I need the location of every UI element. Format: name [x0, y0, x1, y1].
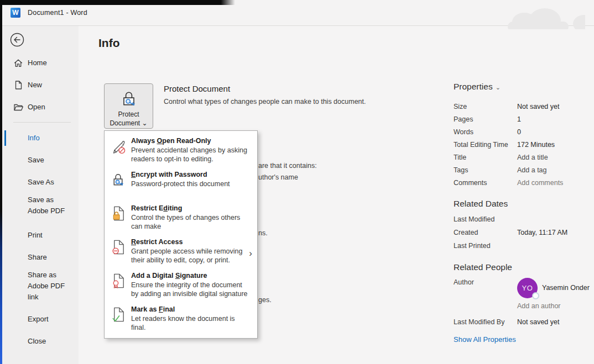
- menu-item-restrict-editing[interactable]: Restrict Editing Control the types of ch…: [105, 203, 257, 236]
- page-title: Info: [98, 36, 119, 50]
- submenu-chevron-icon: ›: [249, 250, 252, 257]
- document-no-entry-icon: [110, 238, 131, 270]
- protect-section-description: Control what types of changes people can…: [164, 98, 366, 105]
- menu-item-add-digital-signature[interactable]: Add a Digital Signature Ensure the integ…: [105, 270, 257, 304]
- menu-item-mark-as-final[interactable]: Mark as Final Let readers know the docum…: [105, 304, 257, 337]
- protect-document-button[interactable]: Protect Document ⌄: [104, 83, 153, 129]
- sidebar-item-save-as-adobe-pdf[interactable]: Save as Adobe PDF: [28, 194, 75, 217]
- sidebar-item-close[interactable]: Close: [28, 336, 75, 347]
- property-row: Words 0: [454, 128, 521, 136]
- left-edge-strip: [0, 0, 2, 364]
- menu-item-title: Add a Digital Signature: [131, 271, 248, 280]
- property-value: 1: [517, 115, 521, 123]
- related-dates-heading: Related Dates: [454, 199, 508, 209]
- property-value: 172 Minutes: [517, 141, 555, 149]
- last-modified-by-row: Last Modified By Not saved yet: [454, 318, 559, 326]
- related-date-row: Last Printed: [454, 242, 517, 250]
- sidebar-item-label: Home: [28, 57, 75, 68]
- menu-item-encrypt-with-password[interactable]: Encrypt with Password Password-protect t…: [105, 169, 257, 203]
- sidebar-item-save-as[interactable]: Save As: [28, 177, 75, 188]
- sidebar-item-label: Open: [28, 102, 75, 113]
- covered-text-fragment: are that it contains:: [258, 162, 317, 170]
- back-arrow-icon: [9, 32, 25, 48]
- property-value: Not saved yet: [517, 103, 559, 110]
- covered-text-fragment: ges.: [258, 296, 272, 304]
- document-lock-icon: [110, 204, 131, 236]
- titlebar: W Document1 - Word: [2, 5, 594, 26]
- protect-button-label: Protect Document ⌄: [110, 110, 147, 128]
- property-row: Size Not saved yet: [454, 103, 559, 110]
- covered-text-fragment: uthor's name: [258, 173, 298, 181]
- menu-item-title: Restrict Access: [131, 238, 248, 246]
- sidebar-divider: [13, 122, 71, 123]
- protect-document-menu: Always Open Read-Only Prevent accidental…: [104, 130, 258, 339]
- info-page: Info Protect Document ⌄ Protect Document…: [79, 26, 594, 364]
- menu-item-title: Encrypt with Password: [131, 170, 248, 179]
- property-row: Comments Add comments: [454, 179, 563, 187]
- menu-item-description: Prevent accidental changes by asking rea…: [131, 146, 248, 163]
- sidebar-item-label: New: [28, 80, 75, 91]
- covered-text-fragment: ns.: [258, 229, 268, 237]
- related-people-heading: Related People: [454, 262, 512, 272]
- property-row: Pages 1: [454, 115, 521, 123]
- add-tag-field[interactable]: Add a tag: [517, 166, 547, 174]
- new-document-icon: [13, 80, 28, 90]
- cloud-decoration: [502, 7, 585, 29]
- menu-item-description: Password-protect this document: [131, 180, 248, 188]
- window-title: Document1 - Word: [28, 9, 87, 17]
- author-name: Yasemin Onder: [542, 284, 590, 292]
- sidebar-item-share[interactable]: Share: [28, 252, 75, 263]
- menu-item-title: Mark as Final: [131, 305, 248, 314]
- sidebar-item-share-as-adobe-pdf-link[interactable]: Share as Adobe PDF link: [28, 270, 67, 303]
- top-edge-band: [0, 0, 235, 5]
- property-row: Title Add a title: [454, 154, 548, 161]
- menu-item-description: Control the types of changes others can …: [131, 213, 248, 231]
- open-folder-icon: [13, 102, 28, 112]
- property-row: Total Editing Time 172 Minutes: [454, 141, 555, 149]
- lock-key-icon: [110, 170, 131, 203]
- sidebar-item-export[interactable]: Export: [28, 314, 75, 325]
- property-value: 0: [517, 128, 521, 136]
- back-button[interactable]: [9, 32, 25, 48]
- document-check-icon: [110, 305, 131, 337]
- sidebar-item-new[interactable]: New: [2, 80, 79, 91]
- related-date-row: Last Modified: [454, 215, 517, 223]
- home-icon: [13, 57, 28, 68]
- author-row: Author: [454, 278, 517, 286]
- author-avatar[interactable]: YO: [517, 278, 538, 298]
- document-seal-icon: [110, 271, 131, 304]
- word-logo-icon: W: [11, 8, 20, 18]
- protect-section-heading: Protect Document: [164, 84, 230, 93]
- menu-item-title: Always Open Read-Only: [131, 136, 248, 145]
- menu-item-title: Restrict Editing: [131, 204, 248, 213]
- presence-indicator: [532, 292, 539, 299]
- menu-item-description: Grant people access while removing their…: [131, 247, 248, 265]
- property-row: Tags Add a tag: [454, 166, 547, 174]
- sidebar-item-open[interactable]: Open: [2, 102, 79, 113]
- menu-item-description: Ensure the integrity of the document by …: [131, 281, 248, 298]
- properties-heading[interactable]: Properties⌄: [454, 82, 501, 92]
- add-author-field[interactable]: Add an author: [517, 302, 561, 310]
- pencil-prohibited-icon: [110, 136, 131, 169]
- menu-item-description: Let readers know the document is final.: [131, 314, 248, 332]
- selected-indicator: [4, 130, 6, 146]
- sidebar-item-info[interactable]: Info: [28, 133, 75, 144]
- backstage-sidebar: Home New Open Info Save Save As Save as …: [2, 26, 79, 364]
- chevron-down-icon: ⌄: [496, 84, 501, 91]
- related-date-row: Created Today, 11:17 AM: [454, 229, 567, 236]
- menu-item-restrict-access[interactable]: Restrict Access Grant people access whil…: [105, 236, 257, 270]
- add-title-field[interactable]: Add a title: [517, 154, 548, 161]
- sidebar-item-save[interactable]: Save: [28, 155, 75, 166]
- sidebar-item-home[interactable]: Home: [2, 57, 79, 68]
- lock-key-icon: [119, 89, 139, 108]
- menu-item-always-open-read-only[interactable]: Always Open Read-Only Prevent accidental…: [105, 135, 257, 169]
- sidebar-item-print[interactable]: Print: [28, 230, 75, 241]
- show-all-properties-link[interactable]: Show All Properties: [454, 335, 516, 344]
- add-comments-field[interactable]: Add comments: [517, 179, 563, 187]
